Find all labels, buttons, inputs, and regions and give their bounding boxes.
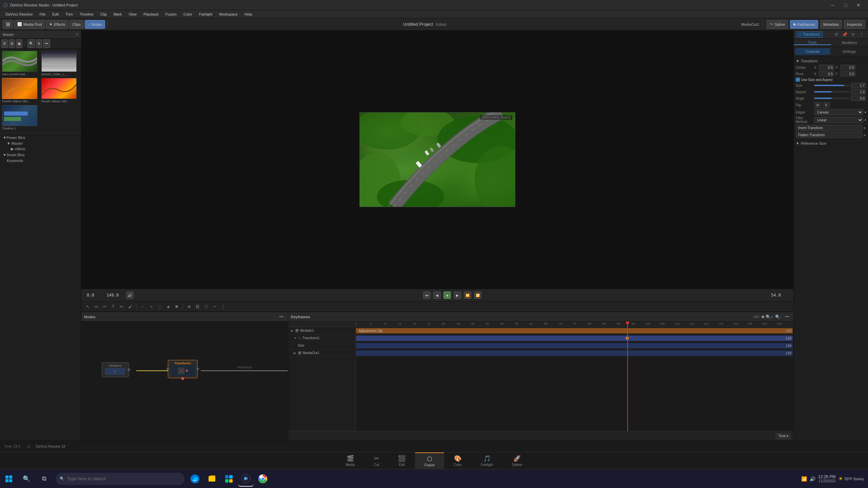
delete-tool[interactable]: ✖ <box>173 303 180 310</box>
paint-tool[interactable]: 🖌 <box>126 303 134 310</box>
inspector-pin-button[interactable]: 📌 <box>841 31 848 38</box>
speaker-icon[interactable]: 🔊 <box>810 476 815 482</box>
angle-slider[interactable] <box>814 98 849 99</box>
inspector-more-button[interactable]: ⋮ <box>858 31 865 38</box>
minimize-button[interactable]: ─ <box>827 0 839 10</box>
metadata-button[interactable]: Metadata <box>820 20 842 29</box>
weather-widget[interactable]: ☀ 53°F Sunny <box>838 475 864 482</box>
warp-tool[interactable]: ◈ <box>164 303 172 310</box>
smart-bins-header[interactable]: ▼ Smart Bins <box>0 152 81 158</box>
clips-button[interactable]: Clips <box>69 20 83 29</box>
kf-track-mediaout1[interactable]: ▶ 🎬 MediaOut1 <box>288 349 356 357</box>
tab-controls[interactable]: Controls <box>795 48 830 55</box>
center-x-input[interactable] <box>819 65 834 70</box>
select-tool[interactable]: ↖ <box>84 303 92 310</box>
nav-fusion[interactable]: ⬡ Fusion <box>415 452 444 469</box>
menu-mark[interactable]: Mark <box>111 12 124 17</box>
media-item-1[interactable]: deseen_matte_1_... <box>41 51 77 77</box>
taskbar-app-chrome[interactable] <box>255 471 271 487</box>
media-item-4[interactable]: Timeline 1 <box>2 105 37 131</box>
pivot-y-input[interactable] <box>840 71 855 77</box>
tab-settings[interactable]: Settings <box>832 48 867 55</box>
kf-code-button[interactable]: </> <box>753 313 760 321</box>
blade-tool[interactable]: ✂ <box>101 303 108 310</box>
clock-widget[interactable]: 12:26 PM 11/23/2022 <box>818 474 835 483</box>
center-y-input[interactable] <box>840 65 855 70</box>
close-button[interactable]: ✕ <box>852 0 865 10</box>
view-list-button[interactable]: ☰ <box>1 39 8 48</box>
transform-tool[interactable]: ⤡ <box>147 303 155 310</box>
tab-tool[interactable]: Tools <box>794 40 831 45</box>
media-item-0[interactable]: cars curved road.... <box>2 51 37 77</box>
volume-icon[interactable]: 🔊 <box>126 291 134 299</box>
inspector-button[interactable]: Inspector <box>844 20 865 29</box>
edges-dropdown[interactable]: Canvas Wrap Duplicate <box>814 109 863 115</box>
pivot-x-input[interactable] <box>819 71 834 77</box>
use-size-aspect-checkbox[interactable]: ✓ <box>796 78 800 82</box>
node-media-in1[interactable]: MediaIn1 ▷ <box>102 362 129 377</box>
nav-deliver[interactable]: 🚀 Deliver <box>502 452 532 469</box>
razor-tool[interactable]: ⟋ <box>139 303 146 310</box>
view-grid-button[interactable]: ⊞ <box>9 39 15 48</box>
taskbar-app-store[interactable] <box>221 471 237 487</box>
menu-clip[interactable]: Clip <box>98 12 110 17</box>
size-slider[interactable] <box>814 85 849 86</box>
menu-workspace[interactable]: Workspace <box>216 12 240 17</box>
menu-fairlight[interactable]: Fairlight <box>196 12 215 17</box>
go-start-button[interactable]: ⏮ <box>423 291 431 299</box>
size-input[interactable] <box>851 83 866 88</box>
search-button[interactable]: 🔍 <box>27 39 35 48</box>
inspector-close-button[interactable]: ✕ <box>849 31 857 38</box>
taskbar-app-resolve[interactable] <box>238 471 254 487</box>
transform-output-port[interactable] <box>196 368 199 370</box>
effects-button[interactable]: ★ Effects <box>46 20 68 29</box>
kf-track-transform1[interactable]: ▼ ⬡ Transform1 <box>288 334 356 342</box>
trim-tool[interactable]: ⇔ <box>93 303 100 310</box>
nav-fairlight[interactable]: 🎵 Fairlight <box>471 452 502 469</box>
kf-zoom-in-button[interactable]: 🔍+ <box>766 313 773 321</box>
aspect-slider[interactable] <box>814 91 849 93</box>
timecode-end[interactable]: 149.0 <box>106 293 123 298</box>
search-bar[interactable]: 🔍 <box>56 473 184 485</box>
play-reverse-button[interactable]: ⏩ <box>464 291 471 299</box>
node-transform1[interactable]: Transform1 — <box>168 360 198 378</box>
bin-videos[interactable]: ▶ videos <box>0 146 81 152</box>
node-tool[interactable]: • <box>211 303 218 310</box>
transform1-badge[interactable]: ⬡ Transform1 <box>796 32 823 38</box>
menu-davinci-resolve[interactable]: DaVinci Resolve <box>3 12 36 17</box>
pen-tool[interactable]: ✏ <box>118 303 125 310</box>
start-button[interactable] <box>0 469 18 488</box>
menu-edit[interactable]: Edit <box>50 12 61 17</box>
menu-timeline[interactable]: Timeline <box>77 12 96 17</box>
media-item-2[interactable]: Pexels Videos 268... <box>2 78 37 104</box>
sort-button[interactable]: ⇅ <box>36 39 42 48</box>
nodes-more-button[interactable]: ••• <box>278 313 285 321</box>
menu-fusion[interactable]: Fusion <box>163 12 179 17</box>
timecode-playhead[interactable]: 54.0 <box>771 293 788 298</box>
flatten-transform-button[interactable]: Flatten Transform <box>796 132 863 138</box>
link-tool[interactable]: ⛓ <box>194 303 201 310</box>
spline-button[interactable]: 〜 Spline <box>767 20 788 29</box>
merge-tool[interactable]: ⊕ <box>185 303 193 310</box>
flip-h-button[interactable]: H <box>814 102 821 108</box>
network-icon[interactable]: 📶 <box>801 476 807 482</box>
view-large-button[interactable]: ▦ <box>16 39 22 48</box>
prev-frame-button[interactable]: ◀ <box>433 291 441 299</box>
text-tool[interactable]: T <box>110 303 117 310</box>
menu-view[interactable]: View <box>126 12 139 17</box>
crop-tool[interactable]: ⬚ <box>156 303 163 310</box>
nav-media[interactable]: 🎬 Media <box>336 452 364 469</box>
play-button[interactable]: ▶ <box>454 291 461 299</box>
maximize-button[interactable]: □ <box>840 0 852 10</box>
kf-track-size[interactable]: Size <box>288 342 356 349</box>
menu-file[interactable]: File <box>37 12 48 17</box>
filter-method-dropdown[interactable]: Linear Nearest Cubic <box>814 117 863 123</box>
tab-modifiers[interactable]: Modifiers <box>831 41 868 45</box>
time-mode-dropdown[interactable]: Time ▾ <box>776 433 791 439</box>
flip-v-button[interactable]: V <box>823 102 830 108</box>
task-view-button[interactable]: ⧉ <box>35 469 53 488</box>
menu-help[interactable]: Help <box>242 12 255 17</box>
reference-size-header[interactable]: ▼ Reference Size <box>796 141 866 146</box>
menu-trim[interactable]: Trim <box>63 12 76 17</box>
nav-cut[interactable]: ✂ Cut <box>364 452 389 469</box>
